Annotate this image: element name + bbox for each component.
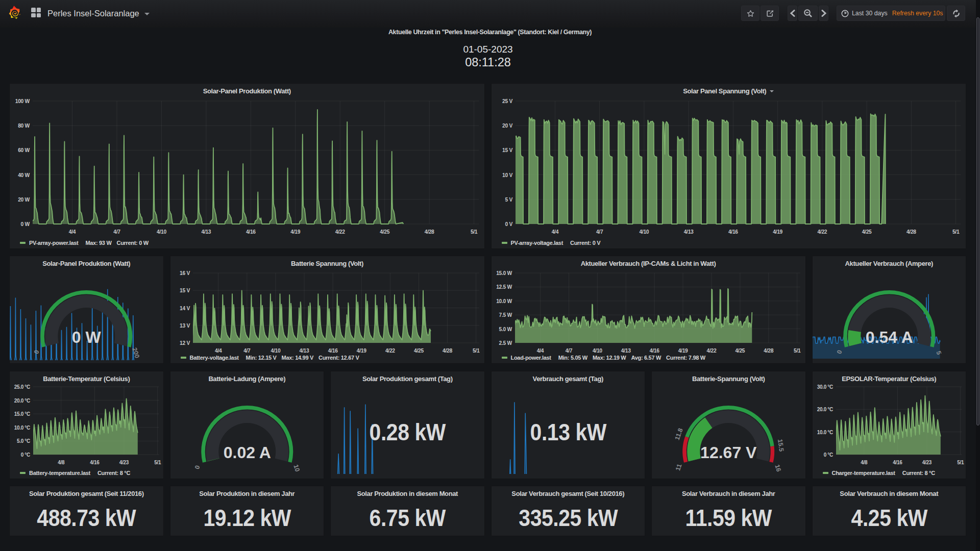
prev-button[interactable] bbox=[788, 6, 797, 21]
panel-gauge_pv_power: Solar-Panel Produktion (Watt)02000 W bbox=[9, 256, 164, 364]
refresh-button[interactable] bbox=[947, 6, 965, 21]
axis-tick-label: 0 V bbox=[505, 221, 512, 227]
panel-title[interactable]: Solar Produktion gesamt (Seit 11/2016) bbox=[10, 486, 163, 500]
gauge-min-label: 0 bbox=[33, 349, 40, 355]
axis-tick-label: 25 V bbox=[502, 98, 512, 104]
axis-tick-label: 5/1 bbox=[957, 460, 964, 465]
panel-title[interactable]: Solar Produktion in diesem Jahr bbox=[170, 486, 324, 500]
gauge-max-label: 200 bbox=[131, 347, 141, 359]
legend-series-name[interactable]: PV-array-voltage.last bbox=[511, 240, 564, 246]
axis-tick-label: 4/23 bbox=[119, 460, 129, 465]
zoom-out-button[interactable] bbox=[798, 6, 818, 21]
legend-stat: Max: 14.99 V bbox=[282, 355, 313, 361]
scrollbar-track[interactable] bbox=[976, 0, 980, 551]
time-picker-button[interactable]: Last 30 days Refresh every 10s bbox=[837, 6, 945, 21]
graph-batt_volt[interactable]: 4/44/74/104/134/164/194/224/254/285/112 … bbox=[170, 256, 484, 363]
axis-tick-label: 4/8 bbox=[58, 460, 65, 465]
axis-tick-label: 5/1 bbox=[793, 348, 800, 354]
stat-value: 4.25 kW bbox=[822, 504, 955, 532]
gauge-value-arc bbox=[848, 330, 862, 346]
panel-title[interactable]: Verbrauch gesamt (Tag) bbox=[492, 371, 645, 386]
axis-tick-label: 20.0 °C bbox=[817, 407, 832, 412]
axis-tick-label: 15 V bbox=[502, 147, 512, 153]
graph-legend: Charger-temperature.lastCurrent: 8 °C bbox=[823, 468, 935, 478]
graph-pv_power[interactable]: 4/44/74/104/134/164/194/224/254/285/10 W… bbox=[10, 84, 484, 248]
panel-stat2: Solar Produktion in diesem Jahr19.12 kW bbox=[170, 486, 325, 536]
panel-title[interactable]: Solar Verbrauch gesamt (Seit 10/2016) bbox=[492, 486, 645, 500]
axis-tick-label: 4/22 bbox=[817, 229, 827, 235]
axis-tick-label: 4/8 bbox=[861, 460, 868, 465]
stat-value: 0.28 kW bbox=[341, 418, 474, 446]
next-button[interactable] bbox=[819, 6, 828, 21]
legend-swatch[interactable] bbox=[181, 357, 186, 359]
legend-series-name[interactable]: Load-power.last bbox=[511, 355, 551, 361]
legend-stat: Min: 12.15 V bbox=[246, 355, 277, 361]
axis-tick-label: 4/19 bbox=[290, 229, 300, 235]
dashboard-grid: Solar-Panel Produktion (Watt)4/44/74/104… bbox=[0, 28, 976, 551]
graph-chg_temp[interactable]: 4/84/164/235/10 °C10.0 °C20.0 °C30.0 °C bbox=[813, 371, 966, 479]
gauge-min-label: 11 bbox=[674, 463, 683, 472]
legend-stat: Current: 7.98 W bbox=[666, 355, 705, 361]
stat-value: 335.25 kW bbox=[501, 504, 634, 532]
share-button[interactable] bbox=[761, 6, 779, 21]
stat-value: 6.75 kW bbox=[341, 504, 474, 532]
axis-tick-label: 4/10 bbox=[639, 229, 649, 235]
graph-batt_temp[interactable]: 4/84/164/235/10 °C5.0 °C10.0 °C15.0 °C20… bbox=[10, 371, 163, 479]
axis-tick-label: 2.5 W bbox=[499, 340, 512, 346]
panel-title[interactable]: Solar Verbrauch in diesem Jahr bbox=[652, 486, 805, 500]
axis-tick-label: 14 V bbox=[180, 306, 190, 311]
legend-swatch[interactable] bbox=[20, 242, 26, 244]
axis-tick-label: 12 V bbox=[180, 340, 190, 346]
axis-tick-label: 25.0 °C bbox=[14, 384, 30, 390]
axis-tick-label: 4/16 bbox=[90, 460, 100, 465]
legend-stat: Current: 0 W bbox=[117, 240, 149, 246]
legend-stat: Current: 0 V bbox=[570, 240, 600, 246]
panel-title[interactable]: Solar Produktion gesamt (Tag) bbox=[331, 371, 484, 386]
gauge-value: 0.54 A bbox=[865, 328, 913, 346]
panel-stat4: Solar Verbrauch gesamt (Seit 10/2016)335… bbox=[491, 486, 646, 536]
panel-pv_power: Solar-Panel Produktion (Watt)4/44/74/104… bbox=[9, 83, 485, 249]
axis-tick-label: 60 W bbox=[18, 147, 30, 153]
grafana-logo[interactable] bbox=[8, 5, 22, 21]
time-range-label: Last 30 days bbox=[852, 10, 888, 17]
graph-pv_volt[interactable]: 4/44/74/104/134/164/194/224/254/285/10 V… bbox=[492, 84, 966, 248]
legend-swatch[interactable] bbox=[823, 472, 828, 474]
refresh-interval-label: Refresh every 10s bbox=[892, 10, 943, 17]
panel-title[interactable]: Solar Verbrauch in diesem Monat bbox=[813, 486, 966, 500]
panel-gauge_batt_charge: Batterie-Ladung (Ampere)0100.02 A bbox=[170, 371, 325, 479]
axis-tick-label: 10.0 °C bbox=[817, 430, 832, 435]
chevron-down-icon bbox=[144, 13, 150, 15]
graph-legend: Battery-temperature.lastCurrent: 8 °C bbox=[20, 468, 130, 478]
scrollbar-thumb[interactable] bbox=[976, 17, 979, 425]
legend-series-name[interactable]: Charger-temperature.last bbox=[832, 470, 895, 476]
axis-tick-label: 20 W bbox=[18, 197, 30, 203]
legend-swatch[interactable] bbox=[502, 242, 507, 244]
axis-tick-label: 5/1 bbox=[952, 229, 959, 235]
axis-tick-label: 15.0 °C bbox=[14, 411, 30, 417]
axis-tick-label: 16 V bbox=[180, 270, 190, 276]
legend-swatch[interactable] bbox=[502, 357, 507, 359]
legend-series-name[interactable]: Battery-voltage.last bbox=[190, 355, 239, 361]
axis-tick-label: 10 V bbox=[502, 172, 512, 178]
axis-tick-label: 5 V bbox=[505, 197, 512, 203]
graph-load_power[interactable]: 4/44/74/104/134/164/194/224/254/285/12.5… bbox=[492, 256, 805, 363]
panel-sol_tag: Solar Produktion gesamt (Tag)0.28 kW bbox=[330, 371, 485, 479]
legend-swatch[interactable] bbox=[20, 472, 26, 474]
gauge-gauge_batt_charge: 0100.02 A bbox=[170, 371, 324, 479]
dashboard-title-dropdown[interactable]: Perles Insel-Solaranlage bbox=[47, 0, 150, 28]
legend-series-name[interactable]: PV-array-power.last bbox=[29, 240, 78, 246]
gauge-max-label: 10 bbox=[292, 464, 301, 473]
axis-tick-label: 4/22 bbox=[385, 348, 395, 354]
legend-stat: Current: 8 °C bbox=[97, 470, 130, 476]
panel-title[interactable]: Solar Produktion in diesem Monat bbox=[331, 486, 484, 500]
dashboards-icon[interactable] bbox=[31, 8, 41, 17]
axis-tick-label: 4/7 bbox=[113, 229, 120, 235]
grid-square bbox=[31, 13, 36, 18]
navbar: Perles Insel-Solaranlage Last 30 days Re… bbox=[0, 0, 980, 28]
axis-tick-label: 4/10 bbox=[157, 229, 166, 235]
star-button[interactable] bbox=[741, 6, 760, 21]
axis-tick-label: 4/4 bbox=[551, 229, 558, 235]
legend-series-name[interactable]: Battery-temperature.last bbox=[29, 470, 90, 476]
gauge-max-label: 5 bbox=[935, 350, 942, 356]
panel-batt_volt: Batterie Spannung (Volt)4/44/74/104/134/… bbox=[170, 256, 485, 364]
